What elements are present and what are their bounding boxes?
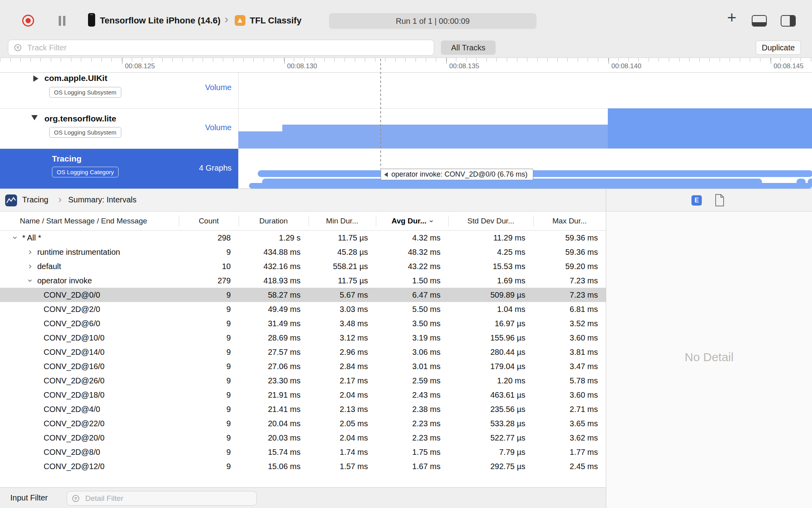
- duplicate-button[interactable]: Duplicate: [756, 40, 801, 55]
- ruler-major-tick: [122, 58, 123, 64]
- ruler-time-label: 00:08.130: [287, 62, 317, 70]
- interval-tooltip: operator invoke: CONV_2D@0/0 (6.76 ms): [381, 169, 533, 180]
- column-divider: [308, 216, 309, 227]
- disclosure-right-icon[interactable]: [26, 262, 34, 271]
- breadcrumb-summary-intervals[interactable]: Summary: Intervals: [68, 195, 136, 204]
- interval-tooltip-label: operator invoke: CONV_2D@0/0 (6.76 ms): [391, 170, 527, 179]
- disclosure-down-icon[interactable]: [11, 234, 19, 242]
- disclosure-expanded-icon[interactable]: [31, 115, 38, 120]
- interval-capsule[interactable]: [258, 170, 812, 177]
- column-header-min[interactable]: Min Dur...: [308, 217, 376, 225]
- pause-icon[interactable]: [63, 16, 65, 26]
- toolbar: Tensorflow Lite iPhone (14.6) › TFL Clas…: [0, 0, 812, 37]
- table-row[interactable]: runtime instrumentation 9434.88 ms45.28 …: [0, 245, 606, 259]
- detail-side-panel: No Detail: [606, 212, 812, 508]
- record-icon[interactable]: [22, 15, 34, 27]
- timeline-ruler[interactable]: 00:08.125 00:08.130 00:08.135 00:08.140 …: [0, 58, 812, 73]
- volume-graph-segment[interactable]: [238, 131, 282, 149]
- track-filter-input[interactable]: [8, 40, 434, 56]
- row-name: operator invoke: [0, 273, 179, 288]
- table-row[interactable]: CONV_2D@20/0 920.03 ms2.04 ms2.23 ms522.…: [0, 431, 606, 445]
- row-name: CONV_2D@8/0: [0, 445, 179, 459]
- row-name: CONV_2D@0/0: [0, 288, 179, 302]
- row-name: CONV_2D@6/0: [0, 316, 179, 331]
- ruler-time-label: 00:08.135: [449, 62, 479, 70]
- table-row[interactable]: CONV_2D@2/0 949.49 ms3.03 ms5.50 ms1.04 …: [0, 302, 606, 316]
- disclosure-right-icon[interactable]: [26, 248, 34, 256]
- table-row[interactable]: CONV_2D@26/0 923.30 ms2.17 ms2.59 ms1.20…: [0, 373, 606, 388]
- row-name: default: [0, 259, 179, 273]
- column-header-name[interactable]: Name / Start Message / End Message: [0, 217, 179, 225]
- row-name: * All *: [0, 231, 179, 245]
- add-instrument-button[interactable]: +: [727, 9, 736, 27]
- table-row[interactable]: CONV_2D@10/0 928.69 ms3.12 ms3.19 ms155.…: [0, 331, 606, 345]
- breadcrumb-tracing[interactable]: Tracing: [22, 195, 48, 204]
- tracing-instrument-icon: [5, 194, 17, 206]
- track-meta: Volume: [174, 83, 232, 92]
- app-icon: [235, 15, 245, 26]
- ruler-time-label: 00:08.140: [611, 62, 642, 70]
- row-name: CONV_2D@26/0: [0, 373, 179, 388]
- chevron-right-icon: ›: [224, 12, 228, 26]
- ruler-major-tick: [284, 58, 285, 64]
- filter-bar: All Tracks Duplicate: [0, 37, 812, 58]
- table-row[interactable]: CONV_2D@4/0 921.41 ms2.13 ms2.38 ms235.5…: [0, 402, 606, 416]
- panel-divider[interactable]: [606, 189, 606, 508]
- device-selector[interactable]: Tensorflow Lite iPhone (14.6): [100, 15, 220, 26]
- column-header-count[interactable]: Count: [179, 217, 239, 225]
- expand-badge-button[interactable]: E: [691, 195, 702, 206]
- column-header-stddev[interactable]: Std Dev Dur...: [448, 217, 533, 225]
- row-name: CONV_2D@12/0: [0, 459, 179, 473]
- row-name: CONV_2D@18/0: [0, 388, 179, 402]
- volume-graph-segment[interactable]: [608, 108, 812, 149]
- column-header-max[interactable]: Max Dur...: [533, 217, 606, 225]
- column-divider: [376, 216, 376, 227]
- breadcrumb-chevron-icon: ›: [58, 194, 61, 205]
- intervals-table: * All * 2981.29 s11.75 µs4.32 ms11.29 ms…: [0, 231, 606, 487]
- table-row[interactable]: CONV_2D@22/0 920.04 ms2.05 ms2.23 ms533.…: [0, 416, 606, 431]
- detail-pane-header: Tracing › Summary: Intervals E: [0, 189, 812, 212]
- track-title[interactable]: org.tensorflow.lite: [44, 114, 116, 123]
- target-app-selector[interactable]: TFL Classify: [250, 15, 301, 26]
- row-name: CONV_2D@22/0: [0, 416, 179, 431]
- row-name: CONV_2D@14/0: [0, 345, 179, 359]
- row-name: CONV_2D@10/0: [0, 331, 179, 345]
- track-title[interactable]: com.apple.UIKit: [44, 73, 107, 83]
- playhead[interactable]: [380, 59, 381, 169]
- column-header-duration[interactable]: Duration: [239, 217, 308, 225]
- table-row[interactable]: CONV_2D@16/0 927.06 ms2.84 ms3.01 ms179.…: [0, 359, 606, 373]
- no-detail-label: No Detail: [606, 350, 812, 364]
- ruler-time-label: 00:08.125: [125, 62, 155, 70]
- table-row-selected[interactable]: CONV_2D@0/0 958.27 ms5.67 ms6.47 ms509.8…: [0, 288, 606, 302]
- input-filter-label: Input Filter: [10, 493, 48, 502]
- interval-capsule[interactable]: [797, 179, 806, 185]
- pause-icon[interactable]: [59, 16, 61, 26]
- table-row[interactable]: CONV_2D@18/0 921.91 ms2.04 ms2.43 ms463.…: [0, 388, 606, 402]
- right-pane-toggle-icon[interactable]: [781, 15, 796, 27]
- document-icon[interactable]: [714, 194, 725, 207]
- bottom-pane-toggle-icon[interactable]: [752, 15, 767, 27]
- table-row[interactable]: default 10432.16 ms558.21 µs43.22 ms15.5…: [0, 259, 606, 273]
- table-row[interactable]: CONV_2D@6/0 931.49 ms3.48 ms3.50 ms16.97…: [0, 316, 606, 331]
- track-title[interactable]: Tracing: [52, 154, 82, 164]
- table-row[interactable]: CONV_2D@14/0 927.57 ms2.96 ms3.06 ms280.…: [0, 345, 606, 359]
- row-name: CONV_2D@4/0: [0, 402, 179, 416]
- row-name: CONV_2D@16/0: [0, 359, 179, 373]
- column-header-avg-sorted[interactable]: Avg Dur...: [376, 217, 448, 225]
- instruments-window: Tensorflow Lite iPhone (14.6) › TFL Clas…: [0, 0, 812, 508]
- disclosure-collapsed-icon[interactable]: [33, 75, 38, 82]
- all-tracks-button[interactable]: All Tracks: [441, 40, 496, 55]
- column-divider: [179, 216, 179, 227]
- sort-indicator-icon: [427, 220, 436, 222]
- ruler-major-tick: [771, 58, 771, 64]
- table-row[interactable]: CONV_2D@8/0 915.74 ms1.74 ms1.75 ms7.79 …: [0, 445, 606, 459]
- disclosure-down-icon[interactable]: [26, 277, 34, 285]
- track-badge: OS Logging Subsystem: [49, 127, 121, 138]
- column-divider: [533, 216, 534, 227]
- table-row[interactable]: * All * 2981.29 s11.75 µs4.32 ms11.29 ms…: [0, 231, 606, 245]
- table-row[interactable]: operator invoke 279418.93 ms11.75 µs1.50…: [0, 273, 606, 288]
- volume-graph-segment[interactable]: [282, 125, 608, 149]
- interval-capsule[interactable]: [808, 179, 812, 185]
- detail-filter-input[interactable]: [67, 491, 257, 506]
- table-row[interactable]: CONV_2D@12/0 915.06 ms1.57 ms1.67 ms292.…: [0, 459, 606, 473]
